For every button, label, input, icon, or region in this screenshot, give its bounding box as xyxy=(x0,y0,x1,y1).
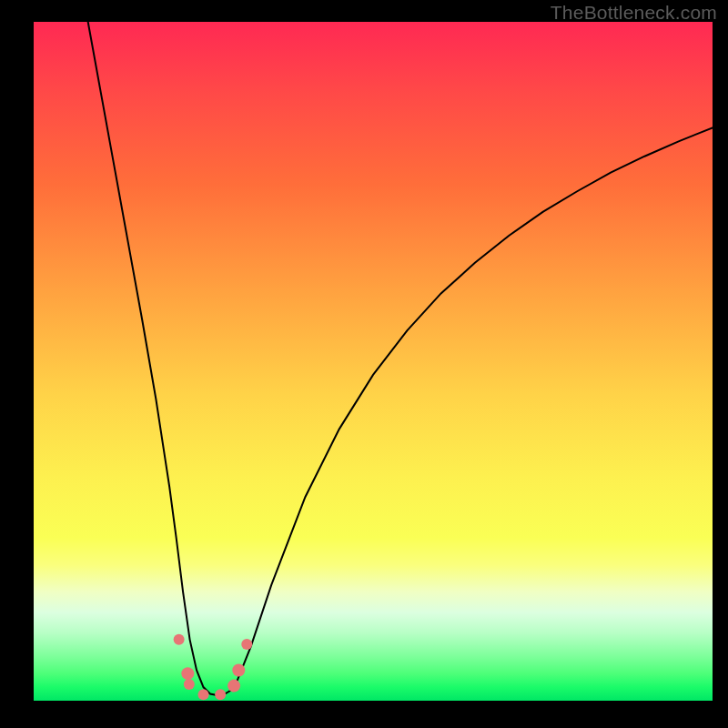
highlight-dot xyxy=(184,679,195,690)
bottleneck-curve xyxy=(88,22,713,695)
highlight-dot xyxy=(181,667,194,680)
chart-frame: TheBottleneck.com xyxy=(0,0,728,728)
curve-layer xyxy=(34,22,713,701)
highlight-dot xyxy=(215,689,226,700)
highlight-dot xyxy=(241,639,252,650)
highlight-dots xyxy=(174,634,253,700)
highlight-dot xyxy=(174,634,185,645)
highlight-dot xyxy=(198,689,209,700)
plot-area xyxy=(34,22,713,701)
highlight-dot xyxy=(228,680,240,693)
watermark-text: TheBottleneck.com xyxy=(551,2,717,24)
highlight-dot xyxy=(232,663,245,676)
